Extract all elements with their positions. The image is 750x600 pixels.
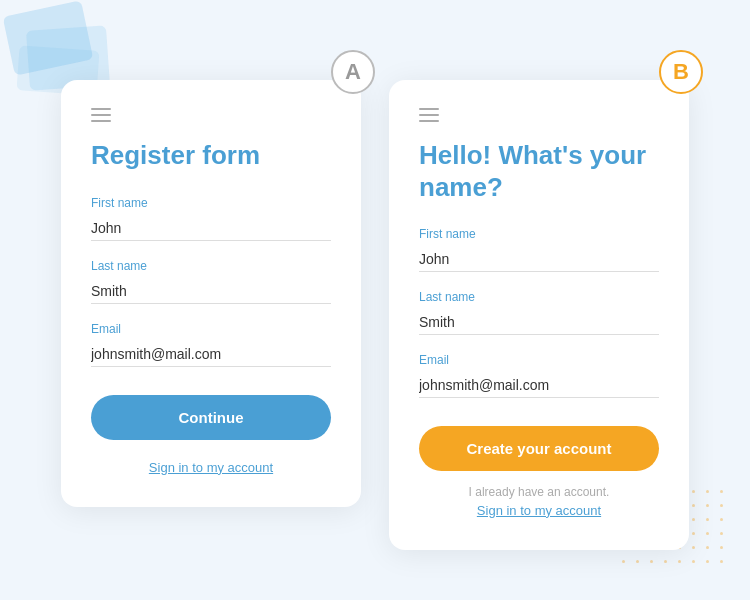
version-badge-b: B [659,50,703,94]
hamburger-menu-a[interactable] [91,108,111,122]
email-input-a[interactable] [91,342,331,367]
continue-button[interactable]: Continue [91,395,331,440]
card-a-header [91,108,331,122]
hamburger-menu-b[interactable] [419,108,439,122]
card-b-title: Hello! What's your name? [419,140,659,202]
email-label-b: Email [419,353,659,367]
first-name-group-b: First name [419,227,659,272]
signin-link-b[interactable]: Sign in to my account [419,503,659,518]
email-label-a: Email [91,322,331,336]
email-input-b[interactable] [419,373,659,398]
last-name-input-a[interactable] [91,279,331,304]
email-group-b: Email [419,353,659,398]
first-name-input-a[interactable] [91,216,331,241]
last-name-group-b: Last name [419,290,659,335]
signin-link-a[interactable]: Sign in to my account [91,460,331,475]
last-name-group-a: Last name [91,259,331,304]
last-name-label-a: Last name [91,259,331,273]
version-badge-a: A [331,50,375,94]
first-name-group-a: First name [91,196,331,241]
first-name-label-a: First name [91,196,331,210]
card-a-title: Register form [91,140,331,171]
card-a: A Register form First name Last name Ema… [61,80,361,506]
last-name-label-b: Last name [419,290,659,304]
signin-text-b: I already have an account. [419,485,659,499]
card-b-header [419,108,659,122]
first-name-label-b: First name [419,227,659,241]
create-account-button[interactable]: Create your account [419,426,659,471]
first-name-input-b[interactable] [419,247,659,272]
email-group-a: Email [91,322,331,367]
card-b: B Hello! What's your name? First name La… [389,80,689,549]
last-name-input-b[interactable] [419,310,659,335]
page-wrapper: A Register form First name Last name Ema… [61,50,689,549]
